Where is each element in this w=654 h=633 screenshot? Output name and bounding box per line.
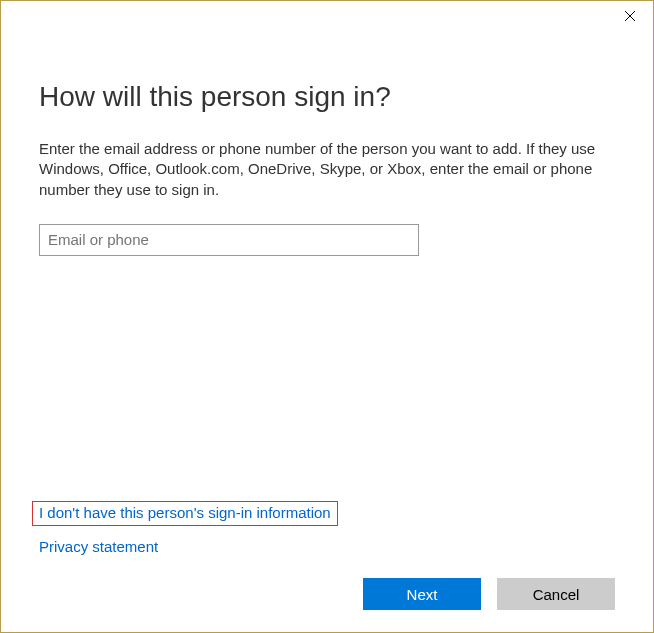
next-button[interactable]: Next bbox=[363, 578, 481, 610]
dialog-description: Enter the email address or phone number … bbox=[39, 139, 599, 200]
privacy-statement-link[interactable]: Privacy statement bbox=[39, 538, 158, 555]
cancel-button[interactable]: Cancel bbox=[497, 578, 615, 610]
no-signin-info-link[interactable]: I don't have this person's sign-in infor… bbox=[39, 504, 331, 521]
spacer bbox=[39, 256, 615, 501]
titlebar bbox=[1, 1, 653, 33]
dialog-content: How will this person sign in? Enter the … bbox=[1, 33, 653, 632]
email-or-phone-input[interactable] bbox=[39, 224, 419, 256]
close-button[interactable] bbox=[607, 1, 653, 31]
links-section: I don't have this person's sign-in infor… bbox=[39, 501, 615, 556]
close-icon bbox=[625, 11, 635, 21]
highlight-annotation: I don't have this person's sign-in infor… bbox=[32, 501, 338, 526]
add-user-dialog: How will this person sign in? Enter the … bbox=[0, 0, 654, 633]
button-row: Next Cancel bbox=[39, 574, 615, 610]
dialog-heading: How will this person sign in? bbox=[39, 81, 615, 113]
